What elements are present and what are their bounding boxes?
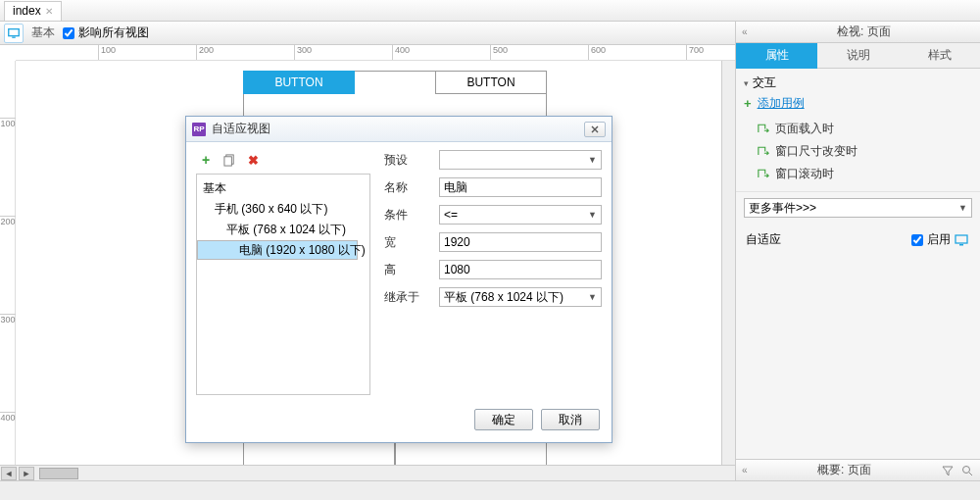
ruler-tick: 100 <box>98 45 116 61</box>
document-tab-index[interactable]: index ✕ <box>4 1 62 21</box>
canvas-button-label: BUTTON <box>466 75 514 89</box>
outline-header: « 概要: 页面 <box>736 459 980 480</box>
search-icon[interactable] <box>960 464 974 477</box>
scroll-thumb[interactable] <box>39 468 78 479</box>
tree-item-desktop[interactable]: 电脑 (1920 x 1080 以下) <box>197 240 358 260</box>
affect-all-views-label: 影响所有视图 <box>78 25 149 41</box>
adaptive-row: 自适应 启用 <box>736 224 980 256</box>
width-label: 宽 <box>384 234 439 251</box>
ruler-horizontal: 100 200 300 400 500 600 700 800 <box>16 45 735 61</box>
ruler-tick: 300 <box>0 314 16 325</box>
name-label: 名称 <box>384 179 439 196</box>
close-icon[interactable]: ✕ <box>45 6 53 17</box>
chevron-down-icon: ▼ <box>588 210 597 220</box>
inspector-tabs: 属性 说明 样式 <box>736 43 980 69</box>
scroll-left-arrow[interactable]: ◄ <box>1 467 17 480</box>
dialog-titlebar[interactable]: RP 自适应视图 <box>186 117 612 142</box>
tab-notes[interactable]: 说明 <box>817 43 899 69</box>
height-label: 高 <box>384 262 439 278</box>
event-window-scroll[interactable]: 窗口滚动时 <box>744 163 972 185</box>
add-case-label: 添加用例 <box>758 95 805 112</box>
inherit-select[interactable]: 平板 (768 x 1024 以下)▼ <box>439 287 602 307</box>
view-form: 预设 ▼ 名称 条件 <=▼ 宽 <box>384 150 602 395</box>
svg-rect-0 <box>9 28 20 35</box>
inherit-label: 继承于 <box>384 289 439 306</box>
canvas-button-secondary[interactable]: BUTTON <box>435 71 547 94</box>
monitor-icon <box>955 234 970 246</box>
status-bar <box>0 480 980 500</box>
document-tabbar: index ✕ <box>0 0 980 22</box>
delete-view-button[interactable]: ✖ <box>245 152 261 168</box>
ruler-tick: 500 <box>490 45 508 61</box>
name-input[interactable] <box>439 177 602 197</box>
ruler-tick: 400 <box>0 412 16 423</box>
inherit-value: 平板 (768 x 1024 以下) <box>444 289 564 306</box>
event-label: 窗口滚动时 <box>775 166 834 182</box>
more-events-select[interactable]: 更多事件>>> ▼ <box>744 198 972 218</box>
canvas-vertical-scrollbar[interactable] <box>721 61 735 465</box>
adaptive-enable-input[interactable] <box>911 234 923 246</box>
event-window-resize[interactable]: 窗口尺寸改变时 <box>744 140 972 163</box>
ruler-tick: 600 <box>588 45 606 61</box>
interaction-header[interactable]: ▾ 交互 <box>744 75 972 91</box>
tab-label: 说明 <box>847 47 870 64</box>
canvas-pane: 基本 影响所有视图 100 200 300 400 500 600 700 80… <box>0 22 735 480</box>
add-view-button[interactable]: + <box>198 152 214 168</box>
tree-root[interactable]: 基本 <box>197 178 369 199</box>
event-icon <box>758 125 769 134</box>
ruler-tick: 400 <box>392 45 410 61</box>
outline-title: 概要: 页面 <box>754 462 935 478</box>
dialog-close-button[interactable] <box>584 122 606 137</box>
interaction-header-label: 交互 <box>753 75 776 91</box>
cancel-button[interactable]: 取消 <box>541 409 600 430</box>
more-events-row: 更多事件>>> ▼ <box>744 198 972 218</box>
interaction-section: ▾ 交互 + 添加用例 页面载入时 窗口尺寸改变时 窗口滚动时 <box>736 69 980 192</box>
event-label: 页面载入时 <box>775 121 834 137</box>
adaptive-views-dialog: RP 自适应视图 + ✖ 基本 手机 <box>185 116 612 443</box>
event-page-load[interactable]: 页面载入时 <box>744 118 972 140</box>
filter-icon[interactable] <box>941 464 955 477</box>
collapse-icon[interactable]: « <box>742 465 748 475</box>
condition-value: <= <box>444 208 458 222</box>
tab-style[interactable]: 样式 <box>899 43 980 69</box>
height-input[interactable] <box>439 260 602 279</box>
svg-rect-1 <box>12 36 16 37</box>
svg-rect-3 <box>223 156 230 165</box>
ruler-vertical: 100 200 300 400 <box>0 61 16 465</box>
preset-select[interactable]: ▼ <box>439 150 602 170</box>
collapse-icon[interactable]: « <box>742 26 748 37</box>
ruler-tick: 200 <box>0 216 16 226</box>
duplicate-view-button[interactable] <box>221 152 237 168</box>
inspector-header: « 检视: 页面 <box>736 22 980 43</box>
tree-item-tablet[interactable]: 平板 (768 x 1024 以下) <box>197 220 369 240</box>
inspector-title: 检视: 页面 <box>754 24 974 40</box>
triangle-down-icon: ▾ <box>744 78 749 88</box>
adaptive-label: 自适应 <box>746 231 781 248</box>
chevron-down-icon: ▼ <box>588 292 597 302</box>
width-input[interactable] <box>439 232 602 252</box>
condition-label: 条件 <box>384 207 439 224</box>
tab-label: index <box>13 4 41 18</box>
affect-all-views-checkbox[interactable]: 影响所有视图 <box>63 25 149 41</box>
adaptive-enable-checkbox[interactable]: 启用 <box>911 231 970 248</box>
ruler-tick: 300 <box>294 45 312 61</box>
canvas-button-label: BUTTON <box>274 75 322 89</box>
event-icon <box>758 147 769 157</box>
add-case-button[interactable]: + 添加用例 <box>744 95 972 112</box>
canvas-button-primary[interactable]: BUTTON <box>243 71 355 94</box>
app-logo-icon: RP <box>192 123 206 136</box>
chevron-down-icon: ▼ <box>958 203 967 213</box>
scroll-right-arrow[interactable]: ► <box>19 467 34 480</box>
canvas-horizontal-scrollbar[interactable]: ◄ ► <box>0 465 735 480</box>
adaptive-enable-label: 启用 <box>927 231 951 248</box>
ok-button[interactable]: 确定 <box>474 409 533 430</box>
views-tree[interactable]: 基本 手机 (360 x 640 以下) 平板 (768 x 1024 以下) … <box>196 174 370 395</box>
chevron-down-icon: ▼ <box>588 155 597 165</box>
affect-all-views-input[interactable] <box>63 27 74 39</box>
viewport-icon-button[interactable] <box>4 24 24 43</box>
condition-select[interactable]: <=▼ <box>439 205 602 225</box>
ruler-tick: 100 <box>0 118 16 128</box>
tab-properties[interactable]: 属性 <box>736 43 817 69</box>
tab-label: 样式 <box>928 47 952 64</box>
tree-item-phone[interactable]: 手机 (360 x 640 以下) <box>197 199 369 220</box>
